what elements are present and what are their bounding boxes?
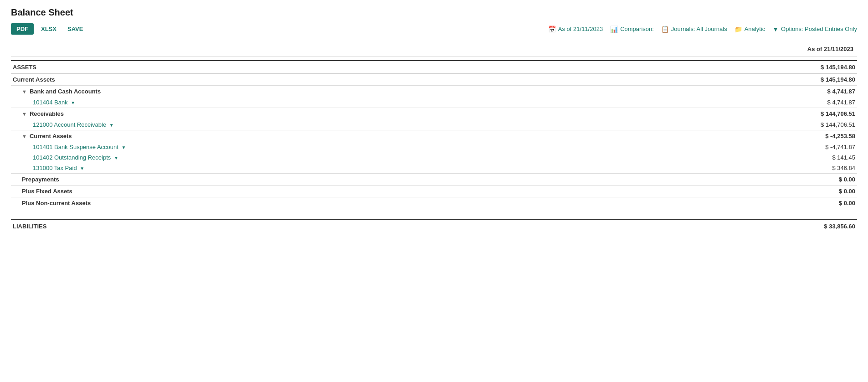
toolbar-filters: 📅 As of 21/11/2023 📊 Comparison: 📋 Journ… bbox=[548, 26, 857, 33]
account-101401-dropdown[interactable]: ▼ bbox=[122, 145, 126, 150]
account-101404-amount: $ 4,741.87 bbox=[789, 97, 857, 108]
current-assets-sub-label: ▼Current Assets bbox=[11, 130, 789, 142]
account-131000-label[interactable]: 131000 Tax Paid ▼ bbox=[11, 163, 789, 174]
table-row: 121000 Account Receivable ▼ $ 144,706.51 bbox=[11, 119, 857, 130]
account-101402-amount: $ 141.45 bbox=[789, 152, 857, 163]
account-101402-label[interactable]: 101402 Outstanding Receipts ▼ bbox=[11, 152, 789, 163]
account-131000-dropdown[interactable]: ▼ bbox=[80, 166, 84, 171]
current-assets-amount: $ 145,194.80 bbox=[789, 74, 857, 86]
assets-amount: $ 145,194.80 bbox=[789, 61, 857, 74]
bank-cash-label: ▼Bank and Cash Accounts bbox=[11, 86, 789, 98]
receivables-chevron[interactable]: ▼ bbox=[22, 111, 27, 117]
xlsx-button[interactable]: XLSX bbox=[37, 23, 60, 35]
analytic-icon: 📁 bbox=[734, 26, 742, 33]
bank-cash-amount: $ 4,741.87 bbox=[789, 86, 857, 98]
bank-cash-subgroup: ▼Bank and Cash Accounts $ 4,741.87 bbox=[11, 86, 857, 98]
page-container: Balance Sheet PDF XLSX SAVE 📅 As of 21/1… bbox=[0, 0, 868, 240]
comparison-filter[interactable]: 📊 Comparison: bbox=[610, 26, 654, 33]
noncurrent-assets-amount: $ 0.00 bbox=[789, 197, 857, 209]
account-121000-dropdown[interactable]: ▼ bbox=[109, 123, 114, 128]
table-row: 131000 Tax Paid ▼ $ 346.84 bbox=[11, 163, 857, 174]
current-assets-sub-amount: $ -4,253.58 bbox=[789, 130, 857, 142]
page-title: Balance Sheet bbox=[11, 7, 857, 18]
prepayments-label: Prepayments bbox=[11, 174, 789, 186]
fixed-assets-label: Plus Fixed Assets bbox=[11, 186, 789, 197]
report-table: ASSETS $ 145,194.80 Current Assets $ 145… bbox=[11, 60, 857, 232]
assets-label: ASSETS bbox=[11, 61, 789, 74]
bar-chart-icon: 📊 bbox=[610, 26, 618, 33]
prepayments-amount: $ 0.00 bbox=[789, 174, 857, 186]
save-button[interactable]: SAVE bbox=[64, 23, 87, 35]
calendar-icon: 📅 bbox=[548, 26, 556, 33]
account-121000-label[interactable]: 121000 Account Receivable ▼ bbox=[11, 119, 789, 130]
report-container: As of 21/11/2023 ASSETS $ 145,194.80 Cur… bbox=[11, 42, 857, 232]
account-101404-dropdown[interactable]: ▼ bbox=[71, 100, 75, 105]
table-row: 101402 Outstanding Receipts ▼ $ 141.45 bbox=[11, 152, 857, 163]
report-header: As of 21/11/2023 bbox=[11, 42, 857, 57]
prepayments-row: Prepayments $ 0.00 bbox=[11, 174, 857, 186]
liabilities-section-header: LIABILITIES $ 33,856.60 bbox=[11, 220, 857, 232]
account-101404-label[interactable]: 101404 Bank ▼ bbox=[11, 97, 789, 108]
account-131000-amount: $ 346.84 bbox=[789, 163, 857, 174]
analytic-filter[interactable]: 📁 Analytic bbox=[734, 26, 765, 33]
fixed-assets-amount: $ 0.00 bbox=[789, 186, 857, 197]
current-assets-subgroup: ▼Current Assets $ -4,253.58 bbox=[11, 130, 857, 142]
current-assets-sub-chevron[interactable]: ▼ bbox=[22, 134, 27, 139]
table-row: 101401 Bank Suspense Account ▼ $ -4,741.… bbox=[11, 142, 857, 152]
bank-cash-chevron[interactable]: ▼ bbox=[22, 89, 27, 94]
fixed-assets-row: Plus Fixed Assets $ 0.00 bbox=[11, 186, 857, 197]
date-filter[interactable]: 📅 As of 21/11/2023 bbox=[548, 26, 603, 33]
receivables-amount: $ 144,706.51 bbox=[789, 108, 857, 120]
liabilities-label: LIABILITIES bbox=[11, 220, 789, 232]
account-101401-label[interactable]: 101401 Bank Suspense Account ▼ bbox=[11, 142, 789, 152]
pdf-button[interactable]: PDF bbox=[11, 23, 34, 35]
noncurrent-assets-row: Plus Non-current Assets $ 0.00 bbox=[11, 197, 857, 209]
journals-filter[interactable]: 📋 Journals: All Journals bbox=[661, 26, 727, 33]
filter-icon: ▼ bbox=[772, 26, 779, 33]
spacer-row bbox=[11, 209, 857, 220]
account-121000-amount: $ 144,706.51 bbox=[789, 119, 857, 130]
account-101401-amount: $ -4,741.87 bbox=[789, 142, 857, 152]
account-101402-dropdown[interactable]: ▼ bbox=[114, 155, 118, 160]
options-filter[interactable]: ▼ Options: Posted Entries Only bbox=[772, 26, 857, 33]
toolbar: PDF XLSX SAVE 📅 As of 21/11/2023 📊 Compa… bbox=[11, 23, 857, 35]
receivables-label: ▼Receivables bbox=[11, 108, 789, 120]
table-row: 101404 Bank ▼ $ 4,741.87 bbox=[11, 97, 857, 108]
liabilities-amount: $ 33,856.60 bbox=[789, 220, 857, 232]
header-date-col: As of 21/11/2023 bbox=[793, 46, 857, 52]
noncurrent-assets-label: Plus Non-current Assets bbox=[11, 197, 789, 209]
current-assets-label: Current Assets bbox=[11, 74, 789, 86]
current-assets-group: Current Assets $ 145,194.80 bbox=[11, 74, 857, 86]
journal-icon: 📋 bbox=[661, 26, 669, 33]
assets-section-header: ASSETS $ 145,194.80 bbox=[11, 61, 857, 74]
receivables-subgroup: ▼Receivables $ 144,706.51 bbox=[11, 108, 857, 120]
